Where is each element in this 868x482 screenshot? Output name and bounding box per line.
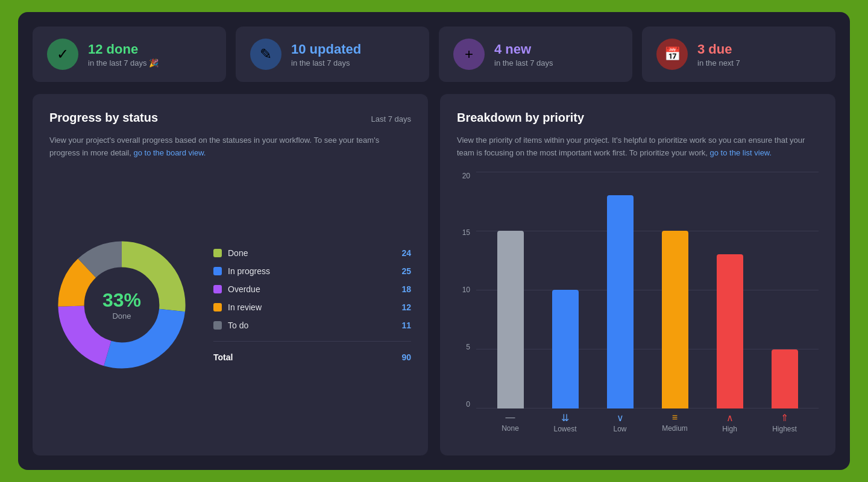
legend-name-todo: To do (228, 321, 395, 330)
bar-group-highest (760, 172, 809, 408)
stat-subtitle-due: in the next 7 (697, 58, 740, 67)
y-label-0: 0 (466, 400, 470, 408)
legend-inprogress: In progress 25 (213, 266, 411, 276)
legend-value-inprogress: 25 (401, 266, 411, 276)
stat-content-new: 4 new in the last 7 days (494, 42, 553, 67)
donut-done-label: Done (102, 311, 141, 321)
stat-subtitle-updated: in the last 7 days (291, 58, 361, 67)
x-group-lowest: ⇊ Lowest (541, 412, 590, 439)
stat-icon-due: 📅 (656, 39, 688, 70)
stat-card-new: + 4 new in the last 7 days (439, 27, 632, 82)
stat-content-due: 3 due in the next 7 (697, 42, 740, 67)
legend-value-todo: 11 (401, 321, 411, 330)
stat-number-due: 3 due (697, 42, 740, 57)
stat-subtitle-new: in the last 7 days (494, 58, 553, 67)
y-label-10: 10 (462, 286, 470, 294)
bar-lowest (552, 290, 579, 408)
stat-card-done: ✓ 12 done in the last 7 days 🎉 (33, 27, 226, 82)
priority-panel: Breakdown by priority View the priority … (440, 94, 835, 455)
progress-period: Last 7 days (371, 114, 412, 124)
y-label-15: 15 (462, 228, 470, 237)
legend-divider (213, 341, 411, 342)
bar-low (607, 195, 634, 408)
stat-content-done: 12 done in the last 7 days 🎉 (88, 42, 159, 67)
stat-number-updated: 10 updated (291, 42, 361, 57)
progress-description: View your project's overall progress bas… (49, 134, 411, 160)
dashboard: ✓ 12 done in the last 7 days 🎉 ✎ 10 upda… (18, 12, 850, 470)
legend: Done 24 In progress 25 Overdue 18 (213, 248, 411, 362)
donut-center: 33% Done (102, 289, 141, 321)
x-label-low: Low (613, 425, 626, 433)
legend-name-done: Done (228, 248, 395, 258)
x-icon-highest: ⇑ (781, 412, 788, 424)
legend-name-inreview: In review (228, 302, 395, 312)
legend-dot-inreview (213, 303, 222, 311)
legend-todo: To do 11 (213, 321, 411, 330)
x-label-highest: Highest (772, 425, 797, 433)
board-view-link[interactable]: go to the board view. (133, 148, 206, 157)
x-label-none: None (502, 424, 519, 433)
donut-percent: 33% (102, 289, 141, 311)
legend-dot-inprogress (213, 267, 222, 275)
list-view-link[interactable]: go to the list view. (710, 148, 772, 157)
x-label-medium: Medium (662, 424, 688, 433)
progress-panel: Progress by status Last 7 days View your… (33, 94, 428, 455)
x-icon-high: ∧ (726, 412, 734, 424)
bar-chart-container: 0 5 10 15 20 (457, 172, 819, 439)
grid-bars (476, 172, 819, 408)
y-label-5: 5 (466, 343, 470, 351)
bar-high (717, 254, 743, 408)
bar-group-low (596, 172, 644, 408)
x-icon-lowest: ⇊ (561, 412, 569, 424)
legend-overdue: Overdue 18 (213, 284, 411, 294)
bar-group-medium (650, 172, 699, 408)
x-group-low: ∨ Low (596, 412, 644, 439)
x-group-high: ∧ High (705, 412, 754, 439)
stat-subtitle-done: in the last 7 days 🎉 (88, 58, 159, 67)
bars-area: — None ⇊ Lowest ∨ Low ≡ (476, 172, 819, 439)
stat-icon-updated: ✎ (250, 39, 281, 70)
main-row: Progress by status Last 7 days View your… (33, 94, 835, 455)
progress-title: Progress by status (49, 111, 158, 125)
legend-done: Done 24 (213, 248, 411, 258)
x-label-high: High (722, 425, 737, 433)
stats-row: ✓ 12 done in the last 7 days 🎉 ✎ 10 upda… (33, 27, 835, 82)
legend-inreview: In review 12 (213, 302, 411, 312)
bars-row (476, 172, 819, 408)
stat-content-updated: 10 updated in the last 7 days (291, 42, 361, 67)
stat-number-done: 12 done (88, 42, 159, 57)
legend-total-value: 90 (401, 352, 411, 362)
bar-group-none (486, 172, 535, 408)
priority-description: View the priority of items within your p… (457, 134, 819, 160)
bar-medium (662, 231, 688, 408)
legend-value-done: 24 (401, 248, 411, 258)
x-label-lowest: Lowest (553, 425, 576, 433)
x-group-none: — None (486, 412, 535, 439)
stat-icon-done: ✓ (47, 39, 78, 70)
y-axis: 0 5 10 15 20 (457, 172, 476, 439)
legend-dot-done (213, 249, 222, 257)
x-labels: — None ⇊ Lowest ∨ Low ≡ (476, 412, 819, 439)
legend-name-inprogress: In progress (228, 266, 395, 276)
stat-card-updated: ✎ 10 updated in the last 7 days (236, 27, 429, 82)
legend-value-inreview: 12 (401, 302, 411, 312)
donut-chart: 33% Done (49, 233, 194, 377)
legend-dot-todo (213, 321, 222, 330)
x-icon-low: ∨ (617, 412, 624, 424)
x-icon-none: — (506, 412, 515, 423)
bar-group-lowest (541, 172, 590, 408)
stat-icon-new: + (453, 39, 485, 70)
legend-name-overdue: Overdue (228, 284, 395, 294)
x-group-medium: ≡ Medium (650, 412, 699, 439)
panel-body: 33% Done Done 24 In progress 25 (49, 172, 411, 439)
legend-dot-overdue (213, 285, 222, 293)
bar-highest (772, 349, 798, 408)
legend-total-label: Total (213, 352, 395, 362)
priority-title: Breakdown by priority (457, 111, 584, 125)
bar-none (497, 231, 524, 408)
legend-value-overdue: 18 (401, 284, 411, 294)
legend-total: Total 90 (213, 352, 411, 362)
x-group-highest: ⇑ Highest (760, 412, 809, 439)
stat-number-new: 4 new (494, 42, 553, 57)
y-label-20: 20 (462, 172, 470, 180)
